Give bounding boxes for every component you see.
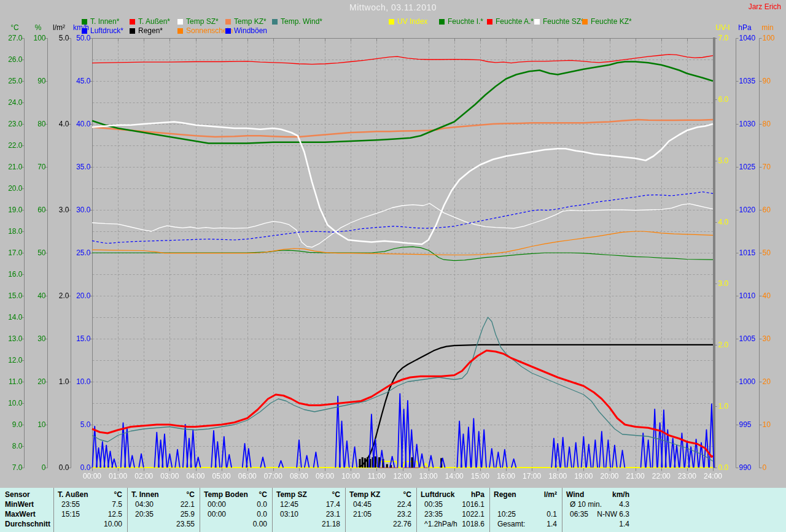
legend-marker [582, 19, 588, 25]
table-row-label-text: Durchschnitt [0, 519, 50, 529]
page-title: Mittwoch, 03.11.2010 [0, 2, 786, 12]
avg-value: 1018.6 [462, 519, 489, 529]
legend-label: Feuchte A.* [496, 17, 534, 26]
min-value: 1016.1 [462, 499, 489, 509]
table-row: 1.4 [562, 519, 634, 529]
axis-header-hpa: hPa [738, 23, 751, 32]
table-row-label: Durchschnitt [0, 519, 53, 529]
avg-note [346, 519, 353, 529]
legend-item-t-au-en-[interactable]: T. Außen* [130, 18, 170, 26]
table-row: 15:1512.5 [54, 509, 127, 519]
min-time: 04:45 [346, 499, 372, 509]
table-row: 00:000.0 [200, 509, 272, 519]
table-group-temp-boden: Temp Boden°C00:000.000:000.00.00 [200, 488, 272, 532]
min-time: 12:45 [273, 499, 298, 509]
table-group-header: T. Außen°C [54, 490, 127, 499]
min-value: 0.0 [257, 499, 272, 509]
max-value: 12.5 [108, 509, 127, 519]
max-time: 06:35 [562, 509, 588, 519]
legend-item-regen-[interactable]: Regen* [130, 28, 163, 35]
table-row: 23.55 [128, 519, 200, 529]
table-group-header: T. Innen°C [128, 490, 200, 499]
legend-item-feuchte-i-[interactable]: Feuchte I.* [439, 18, 483, 26]
table-row: 23:351022.1 [417, 509, 489, 519]
table-row: 03:1023.1 [273, 509, 345, 519]
sensor-name: Luftdruck [417, 490, 454, 499]
table-row-label: MaxWert [0, 509, 53, 519]
sensor-name: Temp KZ [346, 490, 380, 499]
legend-label: Feuchte SZ* [543, 17, 584, 26]
avg-note [54, 519, 61, 529]
min-time: 23:55 [54, 499, 80, 509]
avg-value: 0.00 [253, 519, 272, 529]
summary-table: SensorMinWertMaxWertDurchschnittT. Außen… [0, 488, 786, 532]
axis-header-lm: l/m² [53, 23, 65, 32]
legend-item-sonnenschein[interactable]: Sonnenschein [177, 28, 233, 35]
legend-item-temp-sz-[interactable]: Temp SZ* [177, 18, 219, 26]
legend-item-feuchte-sz-[interactable]: Feuchte SZ* [534, 18, 584, 26]
max-value: 1022.1 [462, 509, 489, 519]
max-value: 0.1 [547, 509, 562, 519]
legend-marker [225, 19, 231, 25]
min-time: 04:30 [128, 499, 154, 509]
table-row: 00:351016.1 [417, 499, 489, 509]
table-filler [634, 488, 786, 532]
table-group-t-innen: T. Innen°C04:3022.120:3525.923.55 [127, 488, 200, 532]
table-group-header: Temp KZ°C [346, 490, 416, 499]
legend-item-feuchte-a-[interactable]: Feuchte A.* [487, 18, 534, 26]
table-row: 06:35N-NW 6.3 [562, 509, 634, 519]
table-row: 10.00 [54, 519, 127, 529]
avg-note [128, 519, 135, 529]
legend-item-feuchte-kz-[interactable]: Feuchte KZ* [582, 18, 632, 26]
min-time [490, 499, 497, 509]
max-time: 15:15 [54, 509, 80, 519]
avg-value: 1.4 [547, 519, 562, 529]
legend-label: Regen* [138, 26, 163, 35]
avg-note: Gesamt: [490, 519, 525, 529]
table-group-header: Regenl/m² [490, 490, 562, 499]
table-row: 04:4522.4 [346, 499, 416, 509]
legend-item-temp-kz-[interactable]: Temp KZ* [225, 18, 267, 26]
table-row: 12:4517.4 [273, 499, 345, 509]
min-value [557, 499, 562, 509]
legend-label: T. Außen* [138, 17, 170, 26]
table-row: 21.18 [273, 519, 345, 529]
max-time: 23:35 [417, 509, 443, 519]
table-group-temp-kz: Temp KZ°C04:4522.421:0523.222.76 [345, 488, 416, 532]
table-row-label-text: MaxWert [0, 509, 36, 519]
table-group-header: Windkm/h [562, 490, 634, 499]
table-row-label-text: MinWert [0, 499, 34, 509]
sensor-unit: °C [114, 490, 127, 499]
min-time: 00:35 [417, 499, 443, 509]
avg-value: 21.18 [322, 519, 345, 529]
table-group-luftdruck: LuftdruckhPa00:351016.123:351022.1^1.2hP… [416, 488, 489, 532]
sensor-name: T. Innen [128, 490, 159, 499]
sensor-unit: °C [332, 490, 345, 499]
legend-marker [225, 28, 231, 34]
legend-item-temp-wind-[interactable]: Temp. Wind* [272, 18, 322, 26]
table-row-label: Sensor [0, 490, 53, 499]
legend-item-windb-en[interactable]: Windböen [225, 28, 267, 35]
legend-marker [130, 19, 135, 25]
legend-label: Luftdruck* [90, 26, 123, 35]
table-group-t-au-en: T. Außen°C23:557.515:1512.510.00 [53, 488, 127, 532]
max-time: 10:25 [490, 509, 516, 519]
table-group-wind: Windkm/hØ 10 min.4.306:35N-NW 6.31.4 [562, 488, 634, 532]
legend-item-uv-index[interactable]: UV Index [389, 18, 427, 26]
legend-marker [177, 19, 183, 25]
avg-value: 1.4 [619, 519, 634, 529]
legend-label: Temp KZ* [234, 17, 267, 26]
avg-value: 10.00 [104, 519, 127, 529]
weather-app-window: Mittwoch, 03.11.2010 Jarz Erich T. Innen… [0, 0, 786, 532]
axis-header-min: min [761, 23, 773, 32]
sensor-name: T. Außen [54, 490, 88, 499]
table-row: 00:000.0 [200, 499, 272, 509]
legend-marker [534, 19, 540, 25]
min-value: 17.4 [326, 499, 345, 509]
max-value: N-NW 6.3 [597, 509, 634, 519]
legend-marker [130, 28, 135, 34]
avg-value: 22.76 [393, 519, 416, 529]
sensor-unit: °C [259, 490, 272, 499]
max-time: 21:05 [346, 509, 372, 519]
max-value: 25.9 [181, 509, 200, 519]
